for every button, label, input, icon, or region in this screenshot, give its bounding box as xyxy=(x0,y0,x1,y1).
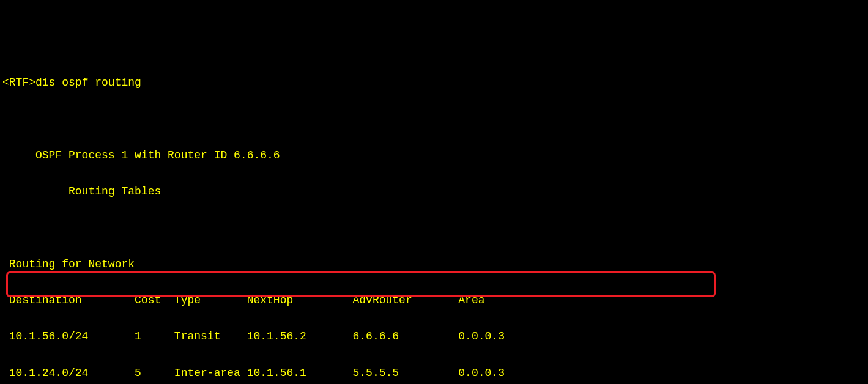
table-row: 10.1.56.0/24 1 Transit 10.1.56.2 6.6.6.6… xyxy=(2,328,866,346)
section-network-title: Routing for Network xyxy=(2,256,866,274)
prompt: <RTF> xyxy=(2,76,35,89)
ospf-header-line1: OSPF Process 1 with Router ID 6.6.6.6 xyxy=(2,147,866,165)
ospf-header-line2: Routing Tables xyxy=(2,183,866,201)
command-text: dis ospf routing xyxy=(35,76,141,89)
table-row: 10.1.24.0/24 5 Inter-area 10.1.56.1 5.5.… xyxy=(2,364,866,383)
network-table-header: Destination Cost Type NextHop AdvRouter … xyxy=(2,292,866,310)
